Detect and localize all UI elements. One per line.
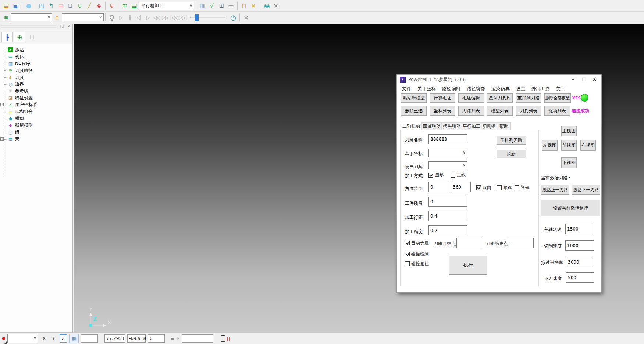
- go-to-start-icon[interactable]: |◁◁: [170, 15, 178, 20]
- strategy-dropdown[interactable]: 平行精加工 ∨: [139, 2, 194, 10]
- probe-icon[interactable]: ⌖: [176, 335, 179, 342]
- panel-toggle-icon[interactable]: [221, 335, 225, 342]
- block-edit-button[interactable]: 毛坯编辑: [458, 93, 484, 103]
- axis-x-button[interactable]: X: [40, 334, 48, 343]
- stock-remain-input[interactable]: [428, 197, 467, 207]
- explorer-tree-tab-icon[interactable]: ┣: [1, 32, 13, 42]
- refresh-button[interactable]: 刷新: [497, 150, 526, 158]
- tree-item-macros[interactable]: +▤宏: [0, 136, 72, 143]
- tab-help[interactable]: 帮助: [497, 122, 511, 130]
- step-back-icon[interactable]: ◁|: [134, 15, 143, 20]
- activate-prev-toolpath-button[interactable]: 激活上一刀路: [541, 185, 569, 195]
- circular-checkbox[interactable]: 圆形: [428, 172, 444, 178]
- set-active-path-button[interactable]: 设置当前激活路径: [541, 200, 600, 216]
- menu-render-sim[interactable]: 渲染仿真: [491, 86, 510, 92]
- global-view-tab-icon[interactable]: ⊕: [14, 32, 25, 42]
- tool-change-icon[interactable]: ⊓: [239, 1, 249, 10]
- close-panel-icon[interactable]: ×: [66, 24, 72, 29]
- tool-database-icon[interactable]: ⊔: [65, 1, 75, 10]
- menu-path-edit[interactable]: 路径编辑: [442, 86, 460, 92]
- coord-z-field[interactable]: 0: [148, 334, 165, 343]
- leads-links-icon[interactable]: ∪: [75, 1, 85, 10]
- tree-item-toolpaths[interactable]: ≋刀具路径: [0, 67, 72, 74]
- tab-4axis[interactable]: 四轴联动: [421, 122, 442, 130]
- auto-length-checkbox[interactable]: 自动长度: [405, 240, 429, 246]
- tool-library-button[interactable]: 星河刀具库: [487, 93, 513, 103]
- tree-item-groups[interactable]: ▢组: [0, 129, 72, 136]
- tree-item-stock-models[interactable]: ♦残留模型: [0, 122, 72, 129]
- sim-toolbar-close-icon[interactable]: ×: [241, 13, 251, 22]
- rewind-icon[interactable]: ◁◁: [152, 15, 161, 20]
- coord-x-field[interactable]: 77.2951: [104, 334, 125, 343]
- save-project-icon[interactable]: ▣: [11, 1, 21, 10]
- sim-toolpath-dropdown[interactable]: ∨: [11, 13, 52, 21]
- coord-list-button[interactable]: 坐标列表: [430, 106, 455, 116]
- pencil-edit-icon[interactable]: ╱: [85, 1, 94, 10]
- grid-size-field[interactable]: [81, 334, 98, 343]
- workplane-dropdown[interactable]: ∨: [7, 334, 38, 343]
- tree-item-feature-sets[interactable]: ◪特征设置: [0, 95, 72, 102]
- float-panel-icon[interactable]: ◱: [59, 24, 65, 29]
- toolbar-close-icon[interactable]: ×: [271, 1, 281, 10]
- tree-item-tools[interactable]: ⋔刀具: [0, 74, 72, 81]
- view-top-button[interactable]: 上视图: [561, 126, 577, 136]
- toolpath-settings-icon[interactable]: ↰: [46, 1, 56, 10]
- tab-3axis[interactable]: 三轴联动: [401, 122, 421, 130]
- coord-y-field[interactable]: -69.918: [127, 334, 146, 343]
- climb-mill-checkbox[interactable]: 顺铣: [497, 185, 512, 191]
- view-right-button[interactable]: 右视图: [580, 140, 596, 151]
- pause-icon[interactable]: ∥: [125, 15, 134, 20]
- plunge-speed-input[interactable]: [566, 272, 594, 283]
- tree-item-machine[interactable]: ▭机床: [0, 53, 72, 60]
- tree-item-boundaries[interactable]: ○边界: [0, 81, 72, 88]
- rearrange-toolpaths-button[interactable]: 重排列刀路: [516, 93, 541, 103]
- menu-settings[interactable]: 设置: [516, 86, 525, 92]
- execute-button[interactable]: 执行: [449, 256, 487, 275]
- minimize-button[interactable]: –: [567, 75, 579, 84]
- tab-swivel-head[interactable]: 摆头联动: [442, 122, 462, 130]
- based-coord-dropdown[interactable]: ∨: [428, 149, 467, 157]
- menu-about-coords[interactable]: 关于坐标: [417, 86, 436, 92]
- toolpath-name-input[interactable]: [428, 134, 467, 144]
- stepover-input[interactable]: [428, 211, 467, 221]
- tree-item-activate[interactable]: >激活: [0, 46, 72, 53]
- clock-icon[interactable]: ◷: [228, 13, 238, 22]
- grid-icon[interactable]: ▦: [69, 334, 79, 343]
- menu-external-tools[interactable]: 外部工具: [531, 86, 550, 92]
- open-project-icon[interactable]: ▤: [1, 1, 11, 10]
- tolerance-input[interactable]: [428, 225, 467, 235]
- drive-list-button[interactable]: 驱动列表: [544, 106, 570, 116]
- transform-icon[interactable]: ×: [249, 1, 258, 10]
- tab-parallel[interactable]: 平行加工: [462, 122, 481, 130]
- lightbulb-icon[interactable]: [107, 13, 117, 22]
- strategy-list-icon[interactable]: ▤: [129, 1, 139, 10]
- sim-tool-dropdown[interactable]: ∨: [62, 13, 104, 21]
- angle-from-input[interactable]: [428, 182, 448, 192]
- tree-item-nc-program[interactable]: ▥NC程序: [0, 60, 72, 67]
- collision-check-checkbox[interactable]: 碰撞检测: [405, 251, 429, 257]
- delete-all-models-button[interactable]: 删除全部模型: [544, 93, 571, 103]
- use-tool-dropdown[interactable]: ∨: [428, 161, 467, 169]
- go-to-end-icon[interactable]: ▷▷|: [178, 15, 187, 20]
- rearrange-button[interactable]: 重排列刀路: [497, 136, 526, 145]
- verify-icon[interactable]: √: [207, 1, 217, 10]
- tool-list-button[interactable]: 刀具列表: [516, 106, 541, 116]
- menu-about[interactable]: 关于: [556, 86, 565, 92]
- delete-selected-button[interactable]: 删除已选: [401, 106, 427, 116]
- sim-tool-icon[interactable]: ⋔: [52, 13, 62, 22]
- maximize-button[interactable]: ▢: [579, 75, 590, 84]
- start-point-input[interactable]: [456, 238, 481, 248]
- menu-file[interactable]: 文件: [402, 86, 411, 92]
- tab-saw[interactable]: 切割锯: [481, 122, 497, 130]
- view-bottom-button[interactable]: 下视图: [561, 157, 577, 168]
- view-front-button[interactable]: 前视图: [561, 140, 577, 151]
- tree-item-patterns[interactable]: ×参考线: [0, 88, 72, 95]
- sim-strategy-icon[interactable]: ≋: [1, 13, 11, 22]
- axis-z-button[interactable]: Z: [60, 334, 67, 343]
- feed-rate-icon[interactable]: ≡: [56, 1, 65, 10]
- close-button[interactable]: ×: [589, 75, 600, 84]
- tap-tool-icon[interactable]: ⊎: [107, 1, 117, 10]
- fast-forward-icon[interactable]: ▷▷: [161, 15, 170, 20]
- end-point-input[interactable]: [509, 238, 534, 248]
- pattern-icon[interactable]: ◈: [94, 1, 104, 10]
